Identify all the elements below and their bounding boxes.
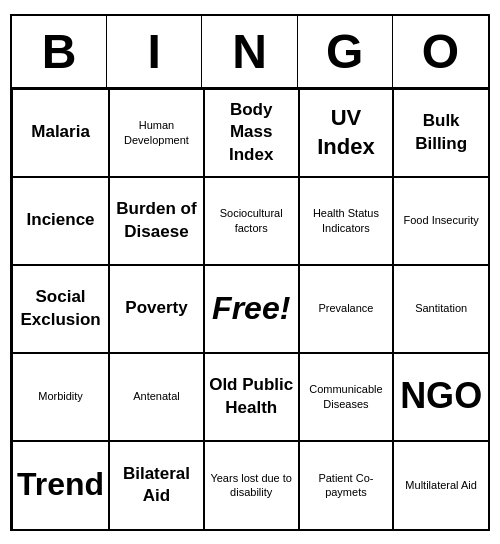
bingo-cell-r4-c0: Trend bbox=[12, 441, 109, 529]
header-letter-o: O bbox=[393, 16, 488, 87]
bingo-cell-r1-c1: Burden of Disaese bbox=[109, 177, 204, 265]
bingo-cell-r2-c4: Santitation bbox=[393, 265, 488, 353]
bingo-header: BINGO bbox=[12, 16, 488, 89]
bingo-cell-r0-c0: Malaria bbox=[12, 89, 109, 177]
bingo-cell-r0-c1: Human Development bbox=[109, 89, 204, 177]
bingo-cell-r1-c3: Health Status Indicators bbox=[299, 177, 394, 265]
bingo-cell-r2-c0: Social Exclusion bbox=[12, 265, 109, 353]
bingo-cell-r4-c2: Years lost due to disability bbox=[204, 441, 299, 529]
bingo-cell-r3-c2: Old Public Health bbox=[204, 353, 299, 441]
bingo-cell-r3-c4: NGO bbox=[393, 353, 488, 441]
bingo-cell-r3-c0: Morbidity bbox=[12, 353, 109, 441]
bingo-cell-r4-c4: Multilateral Aid bbox=[393, 441, 488, 529]
bingo-cell-r0-c2: Body Mass Index bbox=[204, 89, 299, 177]
header-letter-b: B bbox=[12, 16, 107, 87]
header-letter-g: G bbox=[298, 16, 393, 87]
bingo-cell-r3-c3: Communicable Diseases bbox=[299, 353, 394, 441]
bingo-cell-r1-c0: Incience bbox=[12, 177, 109, 265]
bingo-cell-r3-c1: Antenatal bbox=[109, 353, 204, 441]
bingo-card: BINGO MalariaHuman DevelopmentBody Mass … bbox=[10, 14, 490, 531]
bingo-cell-r0-c4: Bulk Billing bbox=[393, 89, 488, 177]
header-letter-n: N bbox=[202, 16, 297, 87]
bingo-cell-r1-c2: Sociocultural factors bbox=[204, 177, 299, 265]
bingo-cell-r1-c4: Food Insecurity bbox=[393, 177, 488, 265]
bingo-cell-r4-c1: Bilateral Aid bbox=[109, 441, 204, 529]
header-letter-i: I bbox=[107, 16, 202, 87]
bingo-cell-r0-c3: UV Index bbox=[299, 89, 394, 177]
bingo-grid: MalariaHuman DevelopmentBody Mass IndexU… bbox=[12, 89, 488, 529]
bingo-cell-r4-c3: Patient Co-paymets bbox=[299, 441, 394, 529]
bingo-cell-r2-c3: Prevalance bbox=[299, 265, 394, 353]
bingo-cell-r2-c2: Free! bbox=[204, 265, 299, 353]
bingo-cell-r2-c1: Poverty bbox=[109, 265, 204, 353]
